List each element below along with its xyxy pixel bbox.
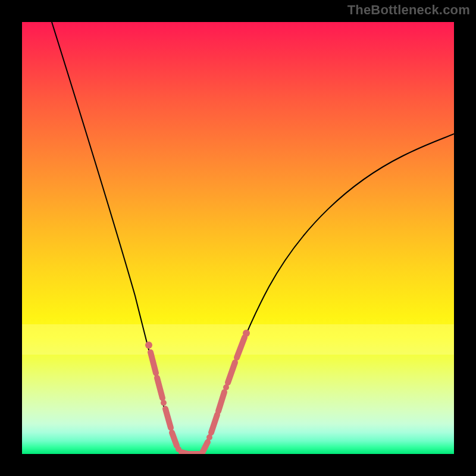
right-curve bbox=[201, 134, 454, 454]
left-curve bbox=[52, 22, 184, 454]
curves-svg bbox=[22, 22, 454, 454]
left-curve-markers bbox=[145, 342, 199, 454]
svg-point-5 bbox=[243, 330, 250, 337]
svg-point-0 bbox=[145, 342, 152, 349]
watermark-text: TheBottleneck.com bbox=[347, 2, 470, 18]
plot-area bbox=[22, 22, 454, 454]
svg-point-1 bbox=[161, 400, 167, 406]
chart-frame: TheBottleneck.com bbox=[0, 0, 476, 476]
right-curve-markers bbox=[202, 330, 250, 454]
